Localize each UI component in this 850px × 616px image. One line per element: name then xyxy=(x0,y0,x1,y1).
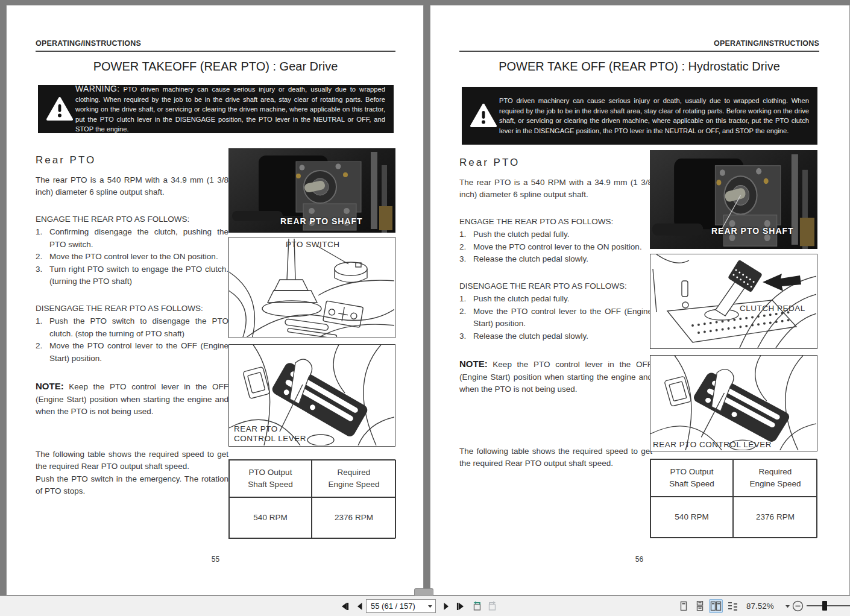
two-page-view-button[interactable] xyxy=(709,599,723,613)
control-lever-line-art xyxy=(650,356,816,450)
first-page-icon xyxy=(340,602,350,611)
table-value-cell: 2376 RPM xyxy=(733,497,817,538)
note-label: NOTE: xyxy=(36,381,64,391)
warning-box: PTO driven machinery can cause serious i… xyxy=(462,87,817,145)
list-item: 3.Release the clutch pedal slowly. xyxy=(459,330,652,343)
last-page-button[interactable] xyxy=(453,599,467,613)
table-header-cell: PTO OutputShaft Speed xyxy=(650,459,733,497)
intro-paragraph: The rear PTO is a 540 RPM with a 34.9 mm… xyxy=(36,174,228,199)
speed-table: PTO OutputShaft Speed RequiredEngine Spe… xyxy=(228,459,395,539)
figure-label: REAR PTO SHAFT xyxy=(280,216,363,226)
document-page-left: OPERATING/INSTRUCTIONS POWER TAKEOFF (RE… xyxy=(6,5,424,596)
list-item: 2.Move the PTO control lever to the OFF … xyxy=(459,306,652,330)
next-page-button[interactable] xyxy=(439,599,453,613)
note-paragraph: NOTE: Keep the PTO control lever in the … xyxy=(459,358,652,396)
dropdown-caret-icon xyxy=(785,603,790,609)
closing-paragraph: The following table shows the required s… xyxy=(36,448,228,473)
warning-triangle-icon xyxy=(44,96,75,122)
list-item: 2.Move the PTO control lever to the ON p… xyxy=(36,251,228,263)
list-item: 1.Push the clutch pedal fully. xyxy=(459,228,652,241)
figure-pto-control-lever-drawing: REAR PTO CONTROL LEVER xyxy=(650,355,817,451)
warning-text: WARNING: PTO driven machinery can cause … xyxy=(75,84,385,134)
two-page-view-icon xyxy=(710,601,722,611)
warning-box: WARNING: PTO driven machinery can cause … xyxy=(38,85,394,133)
engage-steps: 1.Confirming disengage the clutch, pushi… xyxy=(36,226,228,288)
engage-steps: 1.Push the clutch pedal fully. 2.Move th… xyxy=(459,228,652,266)
next-page-icon xyxy=(441,602,451,611)
zoom-out-button[interactable] xyxy=(791,599,805,613)
figure-pto-switch-drawing: PTO SWITCH xyxy=(228,237,395,338)
section-heading: Rear PTO xyxy=(459,157,652,169)
previous-page-button[interactable] xyxy=(353,599,367,613)
pto-switch-line-art xyxy=(229,237,394,337)
zoom-out-icon xyxy=(792,600,804,612)
zoom-slider-handle[interactable] xyxy=(822,601,827,611)
previous-view-button[interactable] xyxy=(470,599,483,613)
two-page-continuous-view-icon xyxy=(727,601,738,611)
single-page-view-button[interactable] xyxy=(676,599,690,613)
engage-heading: ENGAGE THE REAR PTO AS FOLLOWS: xyxy=(36,213,228,226)
list-item: 3.Release the clutch pedal slowly. xyxy=(459,253,652,266)
list-item: 2.Move the PTO control lever to the OFF … xyxy=(36,340,228,365)
page-title: POWER TAKEOFF (REAR PTO) : Gear Drive xyxy=(36,60,395,74)
running-header: OPERATING/INSTRUCTIONS xyxy=(36,39,395,52)
engage-heading: ENGAGE THE REAR PTO AS FOLLOWS: xyxy=(459,216,652,228)
running-header: OPERATING/INSTRUCTIONS xyxy=(459,39,819,52)
document-page-right: OPERATING/INSTRUCTIONS POWER TAKE OFF (R… xyxy=(430,5,850,596)
viewer-toolbar: 55 (61 / 157) xyxy=(0,596,850,616)
previous-view-icon xyxy=(471,601,482,612)
figure-label: CLUTCH PEDAL xyxy=(740,304,805,313)
next-view-icon xyxy=(487,601,498,612)
warning-triangle-icon xyxy=(468,103,499,128)
figure-column: REAR PTO SHAFT xyxy=(228,148,395,539)
single-page-view-icon xyxy=(678,601,689,611)
closing-paragraph-2: Push the PTO switch in the emergency. Th… xyxy=(36,473,228,498)
figure-label: CONTROL LEVER xyxy=(234,434,306,443)
zoom-level-label: 87.52% xyxy=(746,602,774,611)
continuous-view-icon xyxy=(694,601,705,611)
table-header-cell: PTO OutputShaft Speed xyxy=(229,460,312,497)
figure-rear-pto-shaft-photo: REAR PTO SHAFT xyxy=(228,148,395,233)
warning-text: PTO driven machinery can cause serious i… xyxy=(499,96,809,136)
two-page-continuous-view-button[interactable] xyxy=(726,599,740,613)
figure-label: REAR PTO SHAFT xyxy=(711,226,794,236)
section-heading: Rear PTO xyxy=(36,154,228,167)
list-item: 1.Push the PTO switch to disengage the P… xyxy=(36,315,228,340)
table-value-cell: 2376 RPM xyxy=(312,497,396,538)
first-page-button[interactable] xyxy=(338,599,351,613)
figure-label: REAR PTO xyxy=(234,424,278,433)
next-view-button[interactable] xyxy=(485,599,499,613)
disengage-heading: DISENGAGE THE REAR PTO AS FOLLOWS: xyxy=(36,303,228,315)
last-page-icon xyxy=(456,602,465,611)
dropdown-caret-icon xyxy=(427,603,433,609)
body-text-column: Rear PTO The rear PTO is a 540 RPM with … xyxy=(459,157,652,470)
zoom-slider-track[interactable] xyxy=(807,605,850,606)
disengage-heading: DISENGAGE THE REAR PTO AS FOLLOWS: xyxy=(459,280,652,293)
page-number: 56 xyxy=(459,555,819,564)
page-number: 55 xyxy=(36,555,395,564)
figure-pto-control-lever-drawing: REAR PTO CONTROL LEVER xyxy=(228,344,395,447)
warning-label: WARNING: xyxy=(75,84,119,93)
figure-clutch-pedal-drawing: CLUTCH PEDAL xyxy=(650,254,817,349)
list-item: 1.Confirming disengage the clutch, pushi… xyxy=(36,226,228,251)
clutch-pedal-line-art xyxy=(650,254,816,348)
table-header-cell: RequiredEngine Speed xyxy=(733,459,817,497)
speed-table: PTO OutputShaft Speed RequiredEngine Spe… xyxy=(650,459,817,538)
page-title: POWER TAKE OFF (REAR PTO) : Hydrostatic … xyxy=(459,60,819,74)
table-header-cell: RequiredEngine Speed xyxy=(312,460,396,497)
continuous-view-button[interactable] xyxy=(693,599,707,613)
note-paragraph: NOTE: Keep the PTO control lever in the … xyxy=(36,380,228,418)
page-number-value: 55 (61 / 157) xyxy=(371,602,427,611)
figure-column: REAR PTO SHAFT C xyxy=(650,150,817,538)
page-number-field[interactable]: 55 (61 / 157) xyxy=(366,599,436,613)
closing-paragraph: The following table shows the required s… xyxy=(459,445,652,470)
figure-rear-pto-shaft-photo: REAR PTO SHAFT xyxy=(650,150,817,249)
table-value-cell: 540 RPM xyxy=(650,497,733,538)
figure-label: REAR PTO CONTROL LEVER xyxy=(653,440,772,449)
figure-label: PTO SWITCH xyxy=(286,240,340,249)
list-item: 3.Turn right PTO switch to engage the PT… xyxy=(36,263,228,288)
previous-page-icon xyxy=(355,602,365,611)
list-item: 2.Move the PTO control lever to the ON p… xyxy=(459,241,652,254)
intro-paragraph: The rear PTO is a 540 RPM with a 34.9 mm… xyxy=(459,177,652,201)
list-item: 1.Push the clutch pedal fully. xyxy=(459,293,652,306)
